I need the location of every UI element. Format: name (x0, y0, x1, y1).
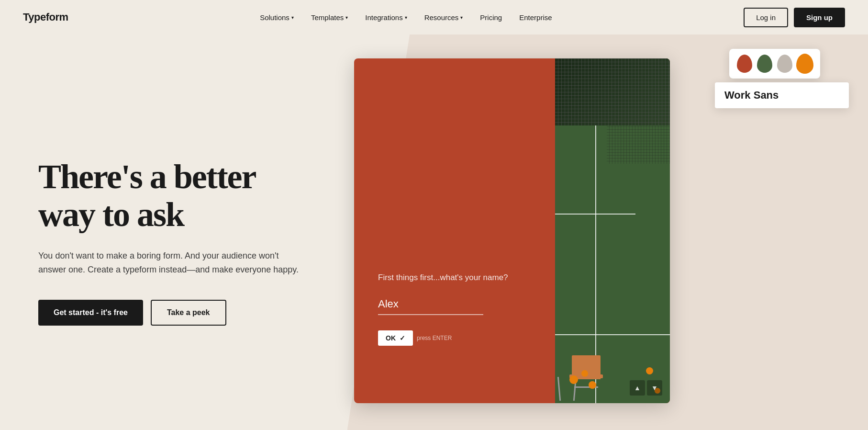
hero-section: There's a better way to ask You don't wa… (0, 34, 868, 430)
hero-left: There's a better way to ask You don't wa… (0, 34, 325, 430)
nav-resources-label: Resources (424, 13, 459, 22)
nav-solutions-label: Solutions (260, 13, 289, 22)
nav-enterprise[interactable]: Enterprise (512, 10, 558, 25)
nav-templates[interactable]: Templates ▾ (304, 10, 355, 25)
hero-headline: There's a better way to ask (38, 158, 302, 234)
tennis-ball-5 (646, 367, 653, 374)
chevron-down-icon: ▾ (405, 15, 407, 20)
ok-label: OK (386, 334, 396, 342)
nav-logo[interactable]: Typeform (23, 11, 68, 23)
navbar: Typeform Solutions ▾ Templates ▾ Integra… (0, 0, 868, 34)
font-selector[interactable]: Work Sans (715, 82, 849, 108)
swatch-red[interactable] (737, 55, 752, 73)
tennis-ball-3 (589, 381, 596, 389)
hero-subtext: You don't want to make a boring form. An… (38, 249, 302, 277)
enter-hint: press ENTER (417, 335, 452, 341)
nav-pricing-label: Pricing (480, 13, 502, 22)
court-line (555, 334, 670, 335)
tennis-court-bg (555, 58, 670, 403)
nav-resources[interactable]: Resources ▾ (418, 10, 470, 25)
nav-actions: Log in Sign up (744, 8, 845, 27)
nav-integrations-label: Integrations (365, 13, 402, 22)
tennis-ball-2 (581, 370, 588, 377)
nav-links: Solutions ▾ Templates ▾ Integrations ▾ R… (68, 10, 744, 25)
swatch-orange[interactable] (797, 55, 812, 73)
nav-solutions[interactable]: Solutions ▾ (253, 10, 300, 25)
swatch-green[interactable] (757, 55, 772, 73)
form-nav-arrows: ▲ ▼ (630, 380, 662, 396)
tennis-ball-1 (569, 375, 578, 384)
form-question: First things first...what's your name? (378, 273, 536, 283)
nav-integrations[interactable]: Integrations ▾ (358, 10, 413, 25)
nav-pricing[interactable]: Pricing (473, 10, 509, 25)
chevron-down-icon: ▾ (460, 15, 463, 20)
color-swatches-panel (729, 49, 820, 79)
nav-enterprise-label: Enterprise (519, 13, 552, 22)
chevron-down-icon: ▾ (291, 15, 294, 20)
form-preview-card: First things first...what's your name? O… (354, 58, 670, 403)
nav-templates-label: Templates (311, 13, 344, 22)
signup-button[interactable]: Sign up (794, 8, 845, 27)
ok-checkmark: ✓ (400, 334, 405, 342)
nav-down-arrow[interactable]: ▼ (647, 380, 662, 396)
hero-right: Work Sans First things first...what's yo… (325, 34, 868, 430)
form-ok-button[interactable]: OK ✓ (378, 330, 413, 346)
net-grid (555, 58, 670, 125)
chevron-down-icon: ▾ (345, 15, 348, 20)
nav-up-arrow[interactable]: ▲ (630, 380, 645, 396)
form-image-panel (555, 58, 670, 403)
swatch-gray[interactable] (777, 55, 792, 73)
font-name-label: Work Sans (724, 89, 779, 102)
form-name-input[interactable] (378, 294, 483, 315)
get-started-button[interactable]: Get started - it's free (38, 300, 143, 326)
login-button[interactable]: Log in (744, 8, 788, 27)
form-card-inner: First things first...what's your name? O… (354, 58, 670, 403)
take-a-peek-button[interactable]: Take a peek (151, 300, 226, 326)
form-left-panel: First things first...what's your name? O… (354, 58, 555, 403)
hero-buttons: Get started - it's free Take a peek (38, 300, 302, 326)
